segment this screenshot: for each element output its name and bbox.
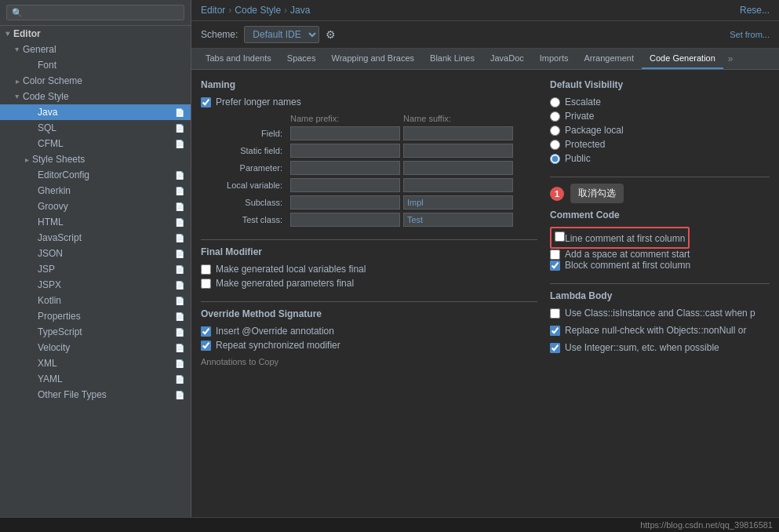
comment-code-row[interactable]: Add a space at comment start [550, 249, 770, 260]
tab-tabs-indents[interactable]: Tabs and Indents [198, 49, 279, 69]
lambda-checkbox[interactable] [550, 308, 560, 319]
visibility-radio[interactable] [550, 126, 560, 136]
tab-code-generation[interactable]: Code Generation [642, 49, 723, 69]
scheme-select[interactable]: Default IDE [244, 26, 319, 43]
sidebar-item-general[interactable]: ▸General [0, 42, 191, 57]
naming-prefix-input[interactable] [290, 178, 400, 192]
sidebar-item-jsp[interactable]: JSP📄 [0, 261, 191, 277]
final-modifier-section: Final Modifier Make generated local vari… [201, 246, 537, 289]
naming-suffix-input[interactable] [403, 178, 513, 192]
file-type-icon: 📄 [175, 140, 184, 148]
sidebar-item-color-scheme[interactable]: ▸Color Scheme [0, 73, 191, 89]
reset-button[interactable]: Rese... [740, 5, 770, 16]
sidebar-item-gherkin[interactable]: Gherkin📄 [0, 183, 191, 199]
naming-prefix-input[interactable] [290, 195, 400, 210]
visibility-row[interactable]: Private [550, 111, 770, 122]
lambda-row[interactable]: Use Class::isInstance and Class::cast wh… [550, 308, 770, 319]
override-row[interactable]: Insert @Override annotation [201, 326, 537, 337]
comment-code-checkbox[interactable] [555, 231, 565, 242]
tab-arrangement[interactable]: Arrangement [576, 49, 642, 69]
comment-code-label: Add a space at comment start [565, 249, 690, 260]
sidebar-item-velocity[interactable]: Velocity📄 [0, 340, 191, 355]
visibility-row[interactable]: Protected [550, 139, 770, 150]
naming-prefix-input[interactable] [290, 126, 400, 140]
sidebar-item-code-style[interactable]: ▸Code Style [0, 89, 191, 104]
sidebar-item-java[interactable]: Java📄 [0, 104, 191, 120]
naming-suffix-input[interactable] [403, 213, 513, 227]
sidebar-item-label: Code Style [23, 91, 69, 102]
sidebar-item-label: Properties [38, 311, 81, 322]
sidebar-item-typescript[interactable]: TypeScript📄 [0, 324, 191, 340]
visibility-row[interactable]: Escalate [550, 97, 770, 107]
tab-imports[interactable]: Imports [532, 49, 577, 69]
lambda-checkbox[interactable] [550, 326, 560, 336]
naming-prefix-input[interactable] [290, 213, 400, 227]
sidebar-item-xml[interactable]: XML📄 [0, 355, 191, 371]
override-checkbox[interactable] [201, 326, 211, 337]
tab-wrapping-braces[interactable]: Wrapping and Braces [324, 49, 423, 69]
prefer-longer-label: Prefer longer names [216, 97, 301, 107]
search-box[interactable] [0, 0, 191, 26]
prefer-longer-row[interactable]: Prefer longer names [201, 97, 537, 107]
final-modifier-row[interactable]: Make generated parameters final [201, 278, 537, 289]
sidebar-item-sql[interactable]: SQL📄 [0, 120, 191, 136]
sidebar-item-label: Color Scheme [23, 75, 82, 86]
gear-button[interactable]: ⚙ [326, 28, 336, 41]
sidebar-item-properties[interactable]: Properties📄 [0, 308, 191, 324]
final-modifier-row[interactable]: Make generated local variables final [201, 264, 537, 275]
lambda-row[interactable]: Replace null-check with Objects::nonNull… [550, 325, 770, 336]
sidebar-item-editorconfig[interactable]: EditorConfig📄 [0, 167, 191, 183]
tabs-more[interactable]: » [723, 49, 738, 69]
override-checkbox[interactable] [201, 341, 211, 351]
sidebar-item-jspx[interactable]: JSPX📄 [0, 277, 191, 293]
comment-code-row[interactable]: Line comment at first column [550, 227, 770, 249]
visibility-radio[interactable] [550, 140, 560, 150]
sidebar-item-label: Groovy [38, 201, 68, 212]
lambda-section: Lambda Body Use Class::isInstance and Cl… [550, 290, 770, 353]
sidebar-item-editor[interactable]: ▸Editor [0, 26, 191, 42]
sidebar-item-html[interactable]: HTML📄 [0, 214, 191, 230]
search-input[interactable] [6, 5, 184, 20]
prefer-longer-checkbox[interactable] [201, 97, 211, 107]
comment-code-checkbox[interactable] [550, 261, 560, 271]
tab-blank-lines[interactable]: Blank Lines [422, 49, 482, 69]
sidebar-item-json[interactable]: JSON📄 [0, 246, 191, 261]
set-from-link[interactable]: Set from... [730, 30, 770, 39]
visibility-radio[interactable] [550, 111, 560, 122]
naming-prefix-input[interactable] [290, 144, 400, 158]
breadcrumb: Editor › Code Style › Java Rese... [191, 0, 779, 21]
visibility-radio[interactable] [550, 97, 560, 107]
visibility-radio[interactable] [550, 154, 560, 164]
scheme-label: Scheme: [201, 29, 238, 40]
sidebar-item-style-sheets[interactable]: ▸Style Sheets [0, 151, 191, 167]
sidebar-item-other-file-types[interactable]: Other File Types📄 [0, 387, 191, 403]
comment-code-checkbox[interactable] [550, 250, 560, 260]
visibility-row[interactable]: Public [550, 153, 770, 164]
sidebar-item-label: Style Sheets [32, 154, 85, 165]
sidebar-item-label: HTML [38, 217, 64, 228]
comment-code-row[interactable]: Block comment at first column [550, 260, 770, 271]
visibility-row[interactable]: Package local [550, 125, 770, 136]
tab-javadoc[interactable]: JavaDoc [482, 49, 532, 69]
scheme-bar: Scheme: Default IDE ⚙ Set from... [191, 21, 779, 49]
final-modifier-checkbox[interactable] [201, 279, 211, 289]
tab-spaces[interactable]: Spaces [279, 49, 324, 69]
sidebar-item-groovy[interactable]: Groovy📄 [0, 199, 191, 214]
lambda-checkbox[interactable] [550, 343, 560, 353]
sidebar-item-label: SQL [38, 122, 56, 133]
naming-suffix-input[interactable] [403, 195, 513, 210]
override-row[interactable]: Repeat synchronized modifier [201, 340, 537, 351]
lambda-row[interactable]: Use Integer::sum, etc. when possible [550, 342, 770, 353]
sidebar-item-yaml[interactable]: YAML📄 [0, 371, 191, 387]
final-modifier-checkbox[interactable] [201, 264, 211, 275]
naming-prefix-input[interactable] [290, 161, 400, 175]
sidebar-item-label: General [23, 44, 56, 55]
sidebar-item-javascript[interactable]: JavaScript📄 [0, 230, 191, 246]
naming-suffix-input[interactable] [403, 161, 513, 175]
lambda-title: Lambda Body [550, 290, 770, 301]
sidebar-item-cfml[interactable]: CFML📄 [0, 136, 191, 151]
sidebar-item-kotlin[interactable]: Kotlin📄 [0, 293, 191, 308]
naming-suffix-input[interactable] [403, 126, 513, 140]
naming-suffix-input[interactable] [403, 144, 513, 158]
sidebar-item-font[interactable]: Font [0, 57, 191, 73]
